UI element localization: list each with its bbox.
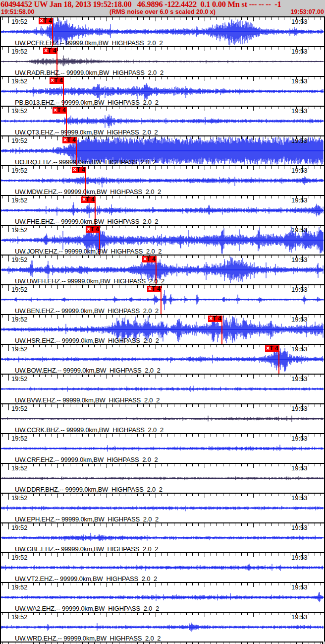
right-time-label: 19:53 bbox=[291, 583, 308, 591]
pick-marker[interactable]: ×T 4 bbox=[50, 77, 64, 84]
right-time-label: 19:53 bbox=[291, 405, 308, 412]
trace-panel-uw-mdw-ehz: 19:5219:53×T 4UW.MDW.EHZ.-- 99999.0km,BW… bbox=[1, 165, 324, 195]
pick-marker[interactable]: ×T 4 bbox=[142, 256, 157, 262]
pick-marker-label: T 4 bbox=[76, 166, 85, 173]
left-time-label: 19:52 bbox=[11, 286, 28, 293]
pick-marker-label: T 4 bbox=[90, 226, 99, 233]
station-label: UW.WA2.EHZ.-- 99999.0km,BW HIGHPASS 2.0 … bbox=[15, 605, 159, 612]
left-time-label: 19:52 bbox=[11, 107, 28, 115]
station-label: UW.GBL.EHZ.-- 99999.0km,BW HIGHPASS 2.0 … bbox=[15, 545, 158, 552]
left-time-label: 19:52 bbox=[11, 137, 28, 144]
trace-panel-uw-wa2-ehz: 19:5219:53UW.WA2.EHZ.-- 99999.0km,BW HIG… bbox=[1, 582, 324, 612]
trace-panel-uw-pcfr-ehz: 19:5219:53×T 4UW.PCFR.EHZ.-- 99999.0km,B… bbox=[1, 16, 324, 46]
left-time-label: 19:52 bbox=[11, 48, 28, 55]
trace-panel-uw-vt2-ehz: 19:5219:53UW.VT2.EHZ.-- 99999.0km,BW HIG… bbox=[1, 552, 324, 582]
right-time-label: 19:53 bbox=[291, 48, 308, 55]
left-time-label: 19:52 bbox=[11, 18, 28, 25]
station-label: UW.UWFH.EHZ.-- 99999.0km,BW HIGHPASS 2.0… bbox=[15, 277, 164, 284]
pick-marker[interactable]: ×T 4 bbox=[81, 196, 96, 203]
trace-panel-uo-irq-ehz: 19:5219:53×T 4UO.IRQ.EHZ.-- 99999.0km,BW… bbox=[1, 135, 324, 165]
station-label: UW.WRD.EHZ.-- 99999.0km,BW HIGHPASS 2.0 … bbox=[15, 635, 161, 642]
station-label: UW.VT2.EHZ.-- 99999.0km,BW HIGHPASS 2.0 … bbox=[15, 575, 157, 582]
pick-marker[interactable]: ×T 4 bbox=[43, 48, 57, 54]
right-time-label: 19:53 bbox=[291, 375, 308, 383]
left-time-label: 19:52 bbox=[11, 435, 28, 442]
trace-panel-uw-wrd-ehz: 19:5219:53UW.WRD.EHZ.-- 99999.0km,BW HIG… bbox=[1, 612, 324, 642]
header: 60494452 UW Jan 18, 2013 19:52:18.00 46.… bbox=[0, 0, 325, 16]
window-end-time: 19:53:07.00 bbox=[291, 8, 324, 15]
left-time-label: 19:52 bbox=[11, 464, 28, 472]
pick-marker-label: T 4 bbox=[270, 345, 278, 352]
right-time-label: 19:53 bbox=[291, 256, 308, 263]
pick-line[interactable] bbox=[278, 352, 279, 374]
right-time-label: 19:53 bbox=[291, 137, 308, 144]
right-time-label: 19:53 bbox=[291, 316, 308, 323]
right-time-label: 19:53 bbox=[291, 345, 308, 353]
station-label: UW.JORV.EHZ.-- 99999.0km,BW HIGHPASS 2.0… bbox=[15, 248, 162, 255]
left-time-label: 19:52 bbox=[11, 256, 28, 263]
pick-line[interactable] bbox=[221, 322, 222, 344]
pick-marker-label: T 4 bbox=[152, 285, 160, 292]
station-label: UW.CCRK.BHZ.-- 99999.0km,BW HIGHPASS 2.0… bbox=[15, 426, 163, 433]
pick-marker[interactable]: ×T 4 bbox=[147, 286, 162, 292]
pick-marker[interactable]: ×T 4 bbox=[265, 345, 279, 352]
left-time-label: 19:52 bbox=[11, 345, 28, 353]
station-label: UW.RADR.BHZ.-- 99999.0km,BW HIGHPASS 2.0… bbox=[15, 69, 163, 76]
left-time-label: 19:52 bbox=[11, 375, 28, 383]
event-summary: 60494452 UW Jan 18, 2013 19:52:18.00 46.… bbox=[0, 0, 325, 8]
left-time-label: 19:52 bbox=[11, 316, 28, 323]
left-time-label: 19:52 bbox=[11, 494, 28, 502]
pick-marker-label: T 4 bbox=[67, 136, 75, 143]
station-label: UW.MDW.EHZ.-- 99999.0km,BW HIGHPASS 2.0 … bbox=[15, 188, 161, 195]
left-time-label: 19:52 bbox=[11, 226, 28, 234]
trace-panels: 19:5219:53×T 4UW.PCFR.EHZ.-- 99999.0km,B… bbox=[0, 16, 325, 642]
left-time-label: 19:52 bbox=[11, 77, 28, 85]
pick-marker-label: T 4 bbox=[86, 196, 94, 203]
left-time-label: 19:52 bbox=[11, 613, 28, 621]
pick-marker[interactable]: ×T 4 bbox=[208, 316, 222, 322]
station-label: UO.IRQ.EHZ.-- 99999.0km,BW HIGHPASS 2.0 … bbox=[15, 158, 156, 165]
seismogram-viewer: 60494452 UW Jan 18, 2013 19:52:18.00 46.… bbox=[0, 0, 325, 644]
pick-marker-label: T 4 bbox=[147, 256, 155, 262]
right-time-label: 19:53 bbox=[291, 613, 308, 621]
pick-marker[interactable]: ×T 4 bbox=[39, 18, 53, 24]
right-time-label: 19:53 bbox=[291, 464, 308, 472]
station-label: UW.BVW.EHZ.-- 99999.0km,BW HIGHPASS 2.0 … bbox=[15, 396, 160, 403]
pick-marker-label: T 4 bbox=[57, 107, 65, 114]
pick-marker[interactable]: ×T 4 bbox=[53, 107, 67, 114]
station-label: UW.FHE.EHZ.-- 99999.0km,BW HIGHPASS 2.0 … bbox=[15, 218, 158, 225]
pick-marker-label: T 4 bbox=[213, 315, 221, 322]
bottom-tick-strip bbox=[0, 642, 323, 644]
trace-panel-uw-bvw-ehz: 19:5219:53UW.BVW.EHZ.-- 99999.0km,BW HIG… bbox=[1, 374, 324, 403]
right-time-label: 19:53 bbox=[291, 435, 308, 442]
right-time-label: 19:53 bbox=[291, 167, 308, 174]
left-time-label: 19:52 bbox=[11, 196, 28, 204]
pick-line[interactable] bbox=[161, 292, 162, 314]
pick-marker[interactable]: ×T 4 bbox=[62, 137, 77, 143]
trace-panel-uw-ccrk-bhz: 19:5219:53UW.CCRK.BHZ.-- 99999.0km,BW HI… bbox=[1, 403, 324, 433]
station-label: UW.BOW.EHZ.-- 99999.0km,BW HIGHPASS 2.0 … bbox=[15, 367, 161, 374]
pick-marker[interactable]: ×T 4 bbox=[72, 167, 86, 173]
header-time-row: 19:51:58.00 (RMS noise over 6.0 s scaled… bbox=[0, 8, 325, 16]
right-time-label: 19:53 bbox=[291, 196, 308, 204]
left-time-label: 19:52 bbox=[11, 405, 28, 412]
pick-marker[interactable]: ×T 4 bbox=[86, 226, 100, 233]
right-time-label: 19:53 bbox=[291, 494, 308, 502]
pick-marker-label: T 4 bbox=[54, 77, 62, 84]
station-label: UW.EPH.EHZ.-- 99999.0km,BW HIGHPASS 2.0 … bbox=[15, 515, 159, 522]
station-label: UW.DDRF.BHZ.-- 99999.0km,BW HIGHPASS 2.0… bbox=[15, 486, 162, 493]
right-time-label: 19:53 bbox=[291, 107, 308, 115]
left-time-label: 19:52 bbox=[11, 524, 28, 531]
right-time-label: 19:53 bbox=[291, 524, 308, 531]
station-label: UW.PCFR.EHZ.-- 99999.0km,BW HIGHPASS 2.0… bbox=[15, 39, 163, 46]
trace-panel-uw-fhe-ehz: 19:5219:53×T 4UW.FHE.EHZ.-- 99999.0km,BW… bbox=[1, 195, 324, 225]
trace-panel-uw-jorv-ehz: 19:5219:53×T 4UW.JORV.EHZ.-- 99999.0km,B… bbox=[1, 225, 324, 255]
pick-marker-label: T 4 bbox=[48, 47, 56, 54]
pick-marker-label: T 4 bbox=[43, 17, 52, 24]
trace-panel-pb-b013-ehz: 19:5219:53×T 4PB.B013.EHZ.-- 99999.0km,B… bbox=[1, 76, 324, 106]
right-time-label: 19:53 bbox=[291, 77, 308, 85]
trace-panel-uw-radr-bhz: 19:5219:53×T 4UW.RADR.BHZ.-- 99999.0km,B… bbox=[1, 46, 324, 76]
station-label: UW.HSR.EHZ.-- 99999.0km,BW HIGHPASS 2.0 … bbox=[15, 337, 159, 344]
trace-panel-uw-bow-ehz: 19:5219:53×T 4UW.BOW.EHZ.-- 99999.0km,BW… bbox=[1, 344, 324, 374]
left-time-label: 19:52 bbox=[11, 554, 28, 561]
